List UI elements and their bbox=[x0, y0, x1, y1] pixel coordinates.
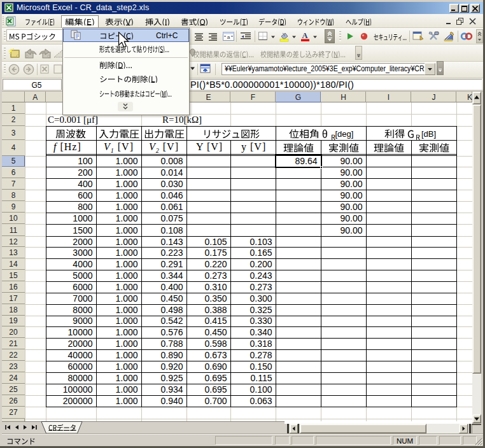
svg-text:a: a bbox=[227, 34, 230, 40]
svg-text:A: A bbox=[302, 31, 307, 40]
